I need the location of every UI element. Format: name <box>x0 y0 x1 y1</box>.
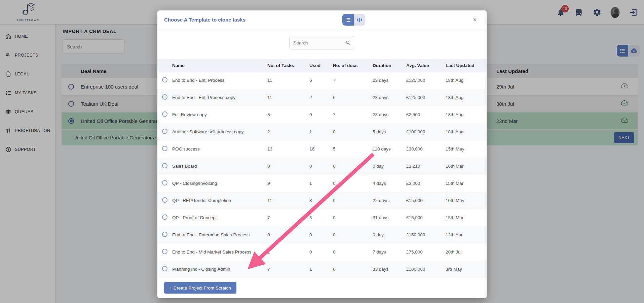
col-avg-value: Avg. Value <box>406 59 446 72</box>
template-radio[interactable] <box>162 94 167 100</box>
template-radio[interactable] <box>162 77 167 82</box>
template-row[interactable]: POC success13165110 days£30,00015th May <box>157 140 487 158</box>
template-search[interactable] <box>289 36 355 49</box>
col-name: Name <box>172 59 267 72</box>
search-icon <box>345 40 351 45</box>
template-radio[interactable] <box>162 232 167 237</box>
close-button[interactable]: × <box>470 15 479 24</box>
template-row[interactable]: Planning Inc - Closing Admin71033 days£1… <box>157 261 487 278</box>
template-radio[interactable] <box>162 214 167 220</box>
list-view-icon <box>345 17 351 23</box>
template-radio[interactable] <box>162 146 167 151</box>
choose-template-modal: Choose A Template to clone tasks × <box>157 10 487 298</box>
carousel-view-button[interactable] <box>354 14 365 26</box>
template-row[interactable]: Full Review-copy80723 days£2,50018th Aug <box>157 106 487 123</box>
template-table-header: Name No. of Tasks Used No. of docs Durat… <box>157 59 487 72</box>
template-row[interactable]: End to End - Ent. Process116723 days£125… <box>157 72 487 89</box>
col-last-updated: Last Updated <box>446 59 487 72</box>
template-radio[interactable] <box>162 197 167 203</box>
template-row[interactable]: QP - Closing/Invoicing9104 days£3,00015t… <box>157 175 487 192</box>
col-tasks: No. of Tasks <box>267 59 309 72</box>
template-search-input[interactable] <box>294 40 345 45</box>
template-row[interactable]: QP - RFP/Tender Completion113022 days£15… <box>157 192 487 209</box>
template-row[interactable]: Sales Board0000 day£3,21016th Mar <box>157 158 487 175</box>
template-view-toggle <box>342 14 365 26</box>
carousel-view-icon <box>356 17 363 23</box>
template-radio[interactable] <box>162 111 167 117</box>
template-radio[interactable] <box>162 266 167 271</box>
create-project-from-scratch-button[interactable]: + Create Project From Scratch <box>164 282 236 294</box>
template-radio[interactable] <box>162 163 167 168</box>
template-row[interactable]: End to End - Enterprise Sales Process000… <box>157 226 487 243</box>
template-row[interactable]: End to End - Ent. Process-copy112623 day… <box>157 89 487 106</box>
screen: JOINTFLOWS 10 <box>0 0 644 303</box>
col-used: Used <box>309 59 333 72</box>
template-row[interactable]: QP - Proof of Concept73031 days£15,00015… <box>157 209 487 226</box>
template-radio[interactable] <box>162 249 167 254</box>
list-view-button[interactable] <box>342 14 354 26</box>
col-duration: Duration <box>373 59 406 72</box>
template-row[interactable]: Another Software sell process-copy2105 d… <box>157 123 487 140</box>
template-table: Name No. of Tasks Used No. of docs Durat… <box>157 59 487 278</box>
modal-title: Choose A Template to clone tasks <box>164 17 245 23</box>
template-row[interactable]: End to End - Mid Market Sales Process100… <box>157 243 487 261</box>
col-docs: No. of docs <box>333 59 373 72</box>
modal-header: Choose A Template to clone tasks × <box>157 10 487 29</box>
template-radio[interactable] <box>162 129 167 134</box>
close-icon: × <box>473 16 477 24</box>
template-radio[interactable] <box>162 180 167 186</box>
